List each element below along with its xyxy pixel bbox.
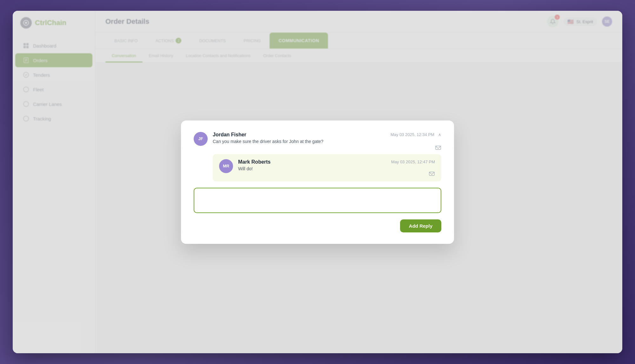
reply-textarea[interactable] (194, 188, 441, 213)
modal-overlay: JF Jordan Fisher May 03 2025, 12:34 PM ∧… (13, 11, 622, 353)
reply-header-mark: Mark Roberts May 03 2025, 12:47 PM (238, 159, 435, 165)
message-author-jordan: Jordan Fisher (213, 132, 246, 138)
message-text-jordan: Can you make sure the driver asks for Jo… (213, 139, 441, 144)
message-item-jordan: JF Jordan Fisher May 03 2025, 12:34 PM ∧… (194, 132, 441, 150)
reply-author-mark: Mark Roberts (238, 159, 271, 165)
message-timestamp-jordan: May 03 2025, 12:34 PM (391, 132, 434, 137)
chevron-up-icon[interactable]: ∧ (438, 132, 441, 137)
conversation-modal: JF Jordan Fisher May 03 2025, 12:34 PM ∧… (181, 120, 454, 244)
reply-textarea-container (194, 188, 441, 214)
email-icon-jordan[interactable] (213, 145, 441, 150)
reply-body-mark: Mark Roberts May 03 2025, 12:47 PM Will … (238, 159, 435, 176)
reply-timestamp-mark: May 03 2025, 12:47 PM (391, 159, 435, 164)
reply-actions: Add Reply (194, 219, 441, 232)
message-header-jordan: Jordan Fisher May 03 2025, 12:34 PM ∧ (213, 132, 441, 138)
avatar-jordan: JF (194, 132, 208, 146)
message-meta-jordan: May 03 2025, 12:34 PM ∧ (391, 132, 441, 137)
reply-text-mark: Will do! (238, 166, 435, 171)
avatar-mark: MR (219, 159, 233, 173)
add-reply-button[interactable]: Add Reply (400, 219, 441, 232)
reply-block-mark: MR Mark Roberts May 03 2025, 12:47 PM Wi… (213, 154, 441, 181)
reply-meta-mark: May 03 2025, 12:47 PM (391, 159, 435, 164)
email-icon-mark[interactable] (238, 171, 435, 176)
message-thread: JF Jordan Fisher May 03 2025, 12:34 PM ∧… (194, 132, 441, 181)
message-body-jordan: Jordan Fisher May 03 2025, 12:34 PM ∧ Ca… (213, 132, 441, 150)
